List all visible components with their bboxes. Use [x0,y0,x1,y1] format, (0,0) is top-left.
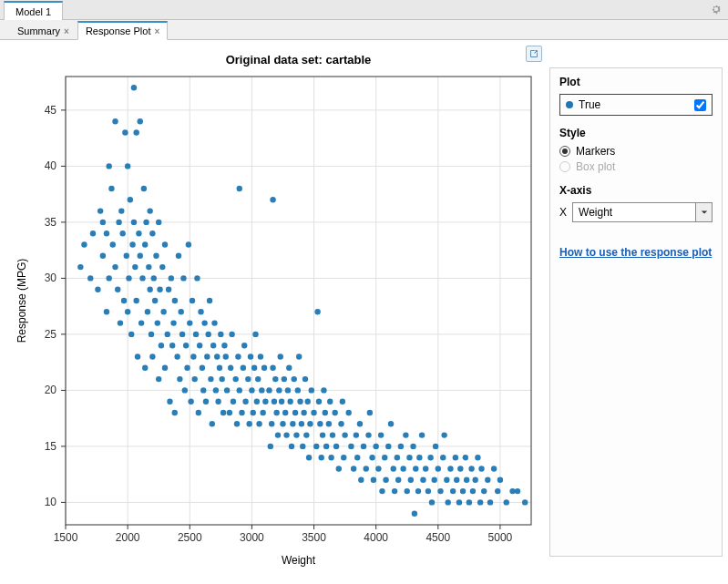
svg-point-117 [169,343,175,348]
popout-icon[interactable] [526,46,542,62]
svg-point-86 [138,253,143,259]
svg-point-78 [129,241,135,247]
svg-point-121 [174,353,179,359]
xaxis-section: X-axis X Weight [559,184,713,222]
svg-point-148 [208,376,213,382]
svg-point-101 [151,275,157,281]
svg-point-156 [218,332,223,337]
svg-point-182 [254,399,260,405]
gear-icon[interactable] [710,3,723,15]
svg-point-283 [419,432,425,437]
svg-point-247 [345,410,351,415]
svg-point-266 [385,444,391,449]
svg-point-318 [497,477,503,483]
plot-section: Plot True [559,76,713,116]
model-tab-label: Model 1 [15,6,51,17]
svg-point-205 [283,432,289,437]
svg-point-130 [186,241,191,247]
svg-point-271 [395,477,401,483]
svg-point-49 [77,264,83,270]
svg-point-88 [138,320,144,325]
svg-point-168 [235,353,241,359]
svg-point-134 [190,353,196,359]
svg-point-209 [289,444,294,449]
style-markers-radio[interactable]: Markers [559,145,713,158]
svg-point-294 [441,432,446,437]
svg-point-55 [100,220,106,225]
svg-point-259 [371,477,376,483]
svg-point-195 [272,399,277,405]
scatter-chart: 1500200025003000350040004500500010152025… [9,49,549,575]
close-icon[interactable]: × [154,26,159,36]
svg-point-142 [200,387,206,393]
svg-point-159 [221,343,227,348]
legend-visibility-checkbox[interactable] [694,99,706,111]
svg-point-233 [321,387,326,393]
svg-point-319 [504,499,509,505]
svg-point-201 [279,399,284,405]
svg-point-137 [194,275,200,281]
svg-text:30: 30 [45,272,57,284]
svg-point-228 [314,309,320,314]
svg-point-220 [302,376,308,382]
svg-point-273 [400,466,405,471]
svg-point-276 [406,455,412,460]
model-tab[interactable]: Model 1 [4,1,63,20]
style-boxplot-radio: Box plot [559,160,713,173]
svg-text:5000: 5000 [488,531,513,544]
svg-point-147 [207,298,212,303]
svg-text:10: 10 [45,496,57,508]
svg-point-257 [367,410,373,415]
svg-text:3500: 3500 [302,531,326,544]
svg-point-320 [509,488,515,494]
svg-point-107 [157,287,162,292]
tab-response-plot[interactable]: Response Plot × [77,21,168,40]
svg-point-70 [121,298,127,303]
svg-point-309 [472,477,477,483]
svg-point-291 [436,466,441,471]
svg-text:1500: 1500 [54,531,78,544]
svg-point-140 [198,309,203,314]
svg-point-250 [354,432,359,437]
svg-point-243 [338,421,343,426]
svg-point-289 [432,477,437,483]
svg-point-194 [270,197,275,202]
svg-point-306 [467,499,472,505]
svg-text:25: 25 [45,328,57,341]
svg-point-119 [172,410,178,415]
svg-text:45: 45 [45,104,57,117]
svg-point-262 [378,432,384,437]
svg-text:3000: 3000 [240,531,264,544]
svg-point-136 [193,332,199,337]
svg-point-96 [147,287,152,292]
svg-point-219 [301,410,306,415]
close-icon[interactable]: × [64,26,69,36]
svg-point-103 [153,253,159,259]
svg-point-275 [405,488,410,494]
svg-point-307 [468,466,474,471]
svg-point-251 [354,455,360,460]
svg-point-213 [293,432,299,437]
xaxis-select[interactable]: Weight [572,202,713,222]
svg-point-124 [179,309,184,314]
svg-point-212 [292,410,298,415]
svg-point-128 [183,343,189,348]
svg-point-60 [106,163,111,169]
svg-point-158 [220,410,226,415]
svg-point-97 [147,208,152,213]
svg-point-239 [330,432,335,437]
svg-point-108 [159,343,164,348]
help-link[interactable]: How to use the response plot [559,246,712,259]
svg-point-221 [303,432,309,437]
svg-point-290 [433,444,438,449]
svg-point-272 [398,444,404,449]
svg-point-181 [252,332,258,337]
svg-point-277 [408,477,414,483]
svg-point-176 [246,421,251,426]
tab-summary[interactable]: Summary × [9,21,77,40]
svg-point-311 [477,499,483,505]
svg-point-80 [131,85,137,90]
svg-point-139 [197,343,202,348]
svg-point-141 [200,365,205,371]
legend-label: True [579,98,600,111]
